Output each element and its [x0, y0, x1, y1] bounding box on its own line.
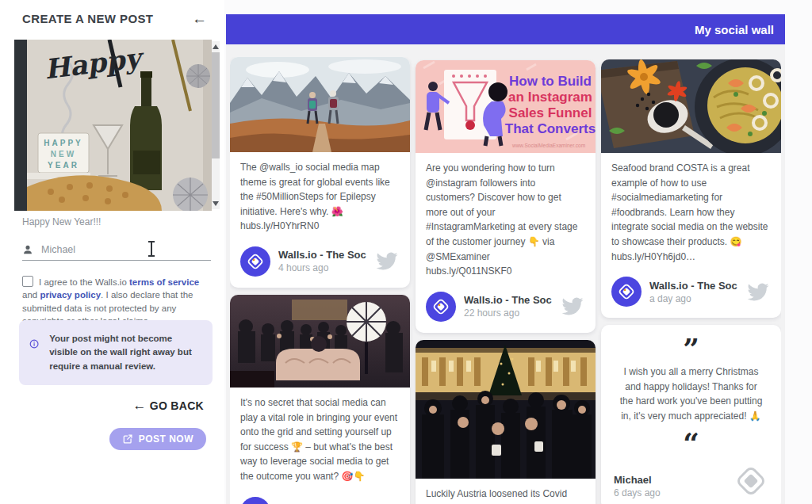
post-text: The @walls_io social media map theme is … [230, 152, 410, 239]
post-caption: Happy New Year!!! [22, 216, 101, 227]
new-year-photo: Happy HAPPY NEW YEAR [14, 40, 212, 211]
post-image-seafood [601, 59, 781, 153]
post-meta: Walls.io - The Socia... 22 hours ago [464, 294, 552, 319]
post-card-seafood[interactable]: Seafood brand COSTA is a great example o… [601, 59, 781, 318]
twitter-icon [374, 250, 400, 272]
post-card-funnel[interactable]: How to Build an Instagram Sales Funnel T… [416, 60, 596, 333]
agree-text-and: and [22, 290, 40, 300]
scroll-down-icon[interactable] [213, 201, 219, 206]
privacy-policy-link[interactable]: privacy policy [40, 290, 101, 300]
grid-column-1: The @walls_io social media map theme is … [230, 57, 410, 504]
arrow-left-icon: ← [132, 398, 146, 413]
post-author: Walls.io - The Socia... [464, 294, 552, 306]
funnel-title-line-1: How to Build [509, 74, 592, 89]
go-back-button[interactable]: ←GO BACK [132, 398, 204, 414]
name-field-row [22, 239, 211, 261]
lightbox-line-2: NEW [51, 150, 76, 158]
posts-grid: The @walls_io social media map theme is … [230, 57, 781, 504]
post-meta: Walls.io - The Socia... a day ago [649, 280, 737, 304]
info-icon [29, 332, 39, 356]
post-card-event[interactable]: It's no secret that social media can pla… [230, 295, 410, 504]
walls-io-avatar [611, 277, 642, 307]
twitter-icon [560, 296, 585, 317]
wall-header: My social wall [226, 14, 785, 44]
agree-text-prefix: I agree to the Walls.io [39, 277, 129, 287]
post-timestamp: 4 hours ago [278, 262, 366, 273]
wall-title: My social wall [695, 23, 774, 36]
post-preview: Happy HAPPY NEW YEAR [14, 40, 220, 211]
preview-scrollbar[interactable] [212, 41, 220, 209]
review-notice: Your post might not become visible on th… [19, 320, 213, 385]
funnel-title-line-4: That Converts [505, 121, 596, 136]
post-footer: Walls.io - The Socia... 22 hours ago [416, 284, 596, 333]
terms-checkbox[interactable] [22, 276, 33, 287]
post-meta: Michael 6 days ago [614, 474, 733, 498]
lightbox-line-3: YEAR [48, 161, 79, 170]
create-post-panel: CREATE A NEW POST ← Happy [0, 0, 224, 504]
person-icon [22, 244, 33, 255]
terms-of-service-link[interactable]: terms of service [129, 277, 199, 287]
back-icon[interactable]: ← [192, 11, 207, 26]
post-image-preview: Happy HAPPY NEW YEAR [14, 40, 212, 211]
walls-io-logo-icon [431, 297, 450, 316]
lightbox-line-1: HAPPY [44, 139, 82, 147]
post-now-label: POST NOW [139, 433, 193, 445]
walls-io-avatar [240, 497, 270, 504]
walls-io-logo-icon [617, 282, 636, 301]
post-meta: Walls.io - The Socia... 4 hours ago [278, 249, 366, 273]
post-timestamp: 22 hours ago [464, 307, 552, 319]
post-card-quote[interactable]: ” I wish you all a merry Christmas and h… [601, 325, 781, 504]
quote-open-mark: “ [614, 432, 768, 452]
post-text: Are you wondering how to turn @instagram… [416, 153, 596, 284]
post-footer: Walls.io - The Socia... a day ago [601, 269, 781, 318]
post-footer [230, 489, 410, 504]
walls-io-avatar [426, 292, 456, 322]
grid-column-2: How to Build an Instagram Sales Funnel T… [416, 57, 596, 504]
post-now-button[interactable]: POST NOW [109, 428, 206, 450]
post-timestamp: 6 days ago [614, 487, 733, 498]
funnel-title-line-3: Sales Funnel [509, 105, 592, 120]
funnel-title-line-2: an Instagram [508, 90, 592, 105]
post-text: Seafood brand COSTA is a great example o… [601, 153, 781, 269]
composer-header: CREATE A NEW POST ← [22, 11, 207, 26]
post-card-hike[interactable]: The @walls_io social media map theme is … [230, 57, 410, 288]
panel-title: CREATE A NEW POST [22, 12, 153, 25]
post-timestamp: a day ago [649, 293, 737, 304]
walls-io-logo-icon [246, 252, 265, 271]
post-text: It's no secret that social media can pla… [230, 388, 410, 489]
post-image-event [230, 295, 410, 388]
post-text: Luckily Austria loosened its Covid restr… [416, 479, 596, 504]
scroll-up-icon[interactable] [213, 44, 219, 49]
social-wall: My social wall [224, 0, 812, 504]
walls-io-logo-gray-icon [733, 464, 768, 498]
post-footer: Michael 6 days ago [614, 464, 768, 498]
scrollbar-thumb[interactable] [212, 52, 220, 158]
quote-close-mark: ” [614, 338, 768, 358]
grid-column-3: Seafood brand COSTA is a great example o… [601, 57, 781, 504]
post-card-night[interactable]: Luckily Austria loosened its Covid restr… [416, 340, 596, 504]
go-back-label: GO BACK [150, 399, 204, 412]
name-input[interactable] [40, 243, 162, 256]
post-author: Michael [614, 474, 733, 486]
funnel-watermark: www.SocialMediaExaminer.com [511, 143, 585, 148]
twitter-icon [745, 281, 771, 303]
share-icon [122, 433, 133, 445]
walls-io-avatar [240, 246, 270, 277]
post-author: Walls.io - The Socia... [278, 249, 366, 261]
post-author: Walls.io - The Socia... [649, 280, 737, 292]
post-image-hike [230, 57, 410, 152]
post-image-funnel: How to Build an Instagram Sales Funnel T… [416, 60, 596, 153]
post-text: I wish you all a merry Christmas and hap… [619, 365, 764, 423]
post-image-night [416, 340, 596, 479]
review-notice-text: Your post might not become visible on th… [49, 332, 202, 373]
ibeam-cursor [147, 240, 156, 258]
post-footer: Walls.io - The Socia... 4 hours ago [230, 239, 410, 288]
